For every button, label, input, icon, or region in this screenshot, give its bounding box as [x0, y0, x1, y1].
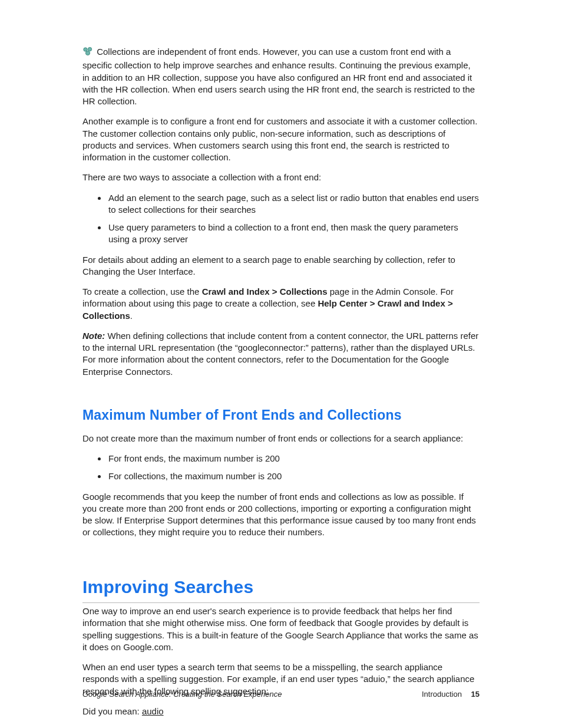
svg-point-1 — [88, 47, 91, 51]
bullet-list: Add an element to the search page, such … — [82, 192, 480, 246]
list-item: For collections, the maximum number is 2… — [107, 470, 480, 482]
heading-improving-searches: Improving Searches — [82, 575, 480, 604]
footer-page-number: 15 — [471, 690, 480, 699]
para-text: . — [130, 311, 133, 321]
bullet-list: For front ends, the maximum number is 20… — [82, 453, 480, 483]
tip-paragraph: Collections are independent of front end… — [82, 46, 480, 107]
list-item: Add an element to the search page, such … — [107, 192, 480, 216]
note-label: Note: — [82, 331, 105, 341]
note-paragraph: Note: When defining collections that inc… — [82, 330, 480, 378]
para-text: To create a collection, use the — [82, 286, 202, 297]
body-paragraph: There are two ways to associate a collec… — [82, 172, 480, 183]
svg-point-2 — [85, 51, 90, 55]
note-body: When defining collections that include c… — [82, 331, 478, 377]
footer-section: Introduction — [422, 690, 462, 699]
para-text: Collections are independent of front end… — [82, 47, 475, 106]
tip-icon — [82, 46, 93, 60]
list-item: Use query parameters to bind a collectio… — [107, 222, 480, 246]
did-you-mean-link[interactable]: audio — [142, 706, 164, 716]
did-you-mean: Did you mean: audio — [82, 706, 480, 717]
body-paragraph: This feedback gives the user an opportun… — [82, 726, 480, 728]
heading-max-front-ends: Maximum Number of Front Ends and Collect… — [82, 406, 480, 424]
did-you-mean-text: Did you mean: — [82, 706, 142, 716]
body-paragraph: One way to improve an end user's search … — [82, 605, 480, 653]
body-paragraph: Google recommends that you keep the numb… — [82, 491, 480, 539]
body-paragraph: Another example is to configure a front … — [82, 116, 480, 163]
body-paragraph: For details about adding an element to a… — [82, 254, 480, 278]
body-paragraph: Do not create more than the maximum numb… — [82, 433, 480, 444]
footer-doc-title: Google Search Appliance: Creating the Se… — [82, 689, 282, 700]
list-item: For front ends, the maximum number is 20… — [107, 453, 480, 465]
svg-point-0 — [84, 48, 87, 51]
body-paragraph: To create a collection, use the Crawl an… — [82, 286, 480, 322]
page-footer: Google Search Appliance: Creating the Se… — [82, 689, 480, 700]
bold-text: Crawl and Index > Collections — [202, 286, 328, 297]
